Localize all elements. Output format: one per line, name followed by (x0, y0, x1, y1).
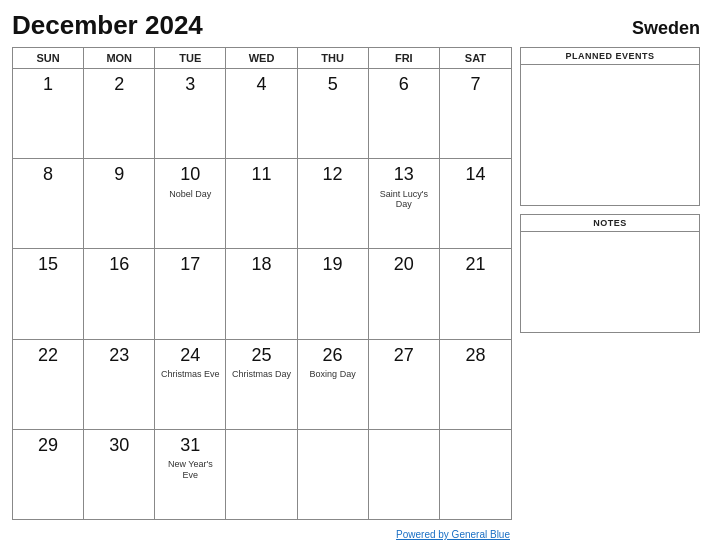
notes-content (521, 232, 699, 332)
calendar-cell: 11 (226, 159, 297, 248)
sidebar: PLANNED EVENTS NOTES (520, 47, 700, 520)
day-number: 16 (109, 253, 129, 276)
day-event: Saint Lucy's Day (374, 189, 434, 211)
calendar-cell (440, 430, 511, 519)
calendar-cell: 4 (226, 69, 297, 158)
powered-by-link[interactable]: Powered by General Blue (396, 529, 510, 540)
calendar-cell: 7 (440, 69, 511, 158)
day-number: 4 (256, 73, 266, 96)
calendar-cell: 31New Year's Eve (155, 430, 226, 519)
calendar-cell: 15 (13, 249, 84, 338)
weekday-header-cell: MON (84, 48, 155, 68)
calendar-row: 1234567 (13, 69, 511, 159)
day-number: 23 (109, 344, 129, 367)
page: December 2024 Sweden SUNMONTUEWEDTHUFRIS… (0, 0, 712, 550)
calendar-cell: 2 (84, 69, 155, 158)
calendar-row: 222324Christmas Eve25Christmas Day26Boxi… (13, 340, 511, 430)
calendar-cell: 30 (84, 430, 155, 519)
day-number: 9 (114, 163, 124, 186)
calendar-cell: 8 (13, 159, 84, 248)
calendar-cell: 26Boxing Day (298, 340, 369, 429)
calendar-cell: 23 (84, 340, 155, 429)
calendar-cell (298, 430, 369, 519)
calendar-cell: 9 (84, 159, 155, 248)
day-number: 29 (38, 434, 58, 457)
notes-box: NOTES (520, 214, 700, 333)
day-number: 27 (394, 344, 414, 367)
calendar-cell: 24Christmas Eve (155, 340, 226, 429)
calendar-cell: 5 (298, 69, 369, 158)
day-number: 17 (180, 253, 200, 276)
weekday-header-cell: SUN (13, 48, 84, 68)
notes-title: NOTES (521, 215, 699, 232)
calendar-cell: 17 (155, 249, 226, 338)
calendar-cell: 6 (369, 69, 440, 158)
header: December 2024 Sweden (12, 10, 700, 41)
calendar-country: Sweden (632, 18, 700, 39)
calendar-cell: 28 (440, 340, 511, 429)
calendar: SUNMONTUEWEDTHUFRISAT 12345678910Nobel D… (12, 47, 512, 520)
day-number: 25 (251, 344, 271, 367)
day-number: 6 (399, 73, 409, 96)
day-event: Christmas Eve (161, 369, 220, 380)
calendar-cell (369, 430, 440, 519)
weekday-header-cell: WED (226, 48, 297, 68)
day-number: 5 (328, 73, 338, 96)
calendar-cell: 12 (298, 159, 369, 248)
day-number: 21 (465, 253, 485, 276)
planned-events-content (521, 65, 699, 205)
day-number: 1 (43, 73, 53, 96)
weekday-header-cell: TUE (155, 48, 226, 68)
calendar-cell: 10Nobel Day (155, 159, 226, 248)
day-number: 14 (465, 163, 485, 186)
calendar-title: December 2024 (12, 10, 203, 41)
day-number: 24 (180, 344, 200, 367)
day-number: 2 (114, 73, 124, 96)
calendar-cell: 16 (84, 249, 155, 338)
calendar-cell: 13Saint Lucy's Day (369, 159, 440, 248)
calendar-cell: 18 (226, 249, 297, 338)
day-number: 13 (394, 163, 414, 186)
calendar-cell: 21 (440, 249, 511, 338)
day-number: 26 (323, 344, 343, 367)
calendar-body: 12345678910Nobel Day111213Saint Lucy's D… (13, 69, 511, 519)
calendar-cell: 14 (440, 159, 511, 248)
calendar-cell: 20 (369, 249, 440, 338)
day-number: 10 (180, 163, 200, 186)
day-number: 22 (38, 344, 58, 367)
calendar-cell (226, 430, 297, 519)
calendar-cell: 27 (369, 340, 440, 429)
day-number: 19 (323, 253, 343, 276)
planned-events-box: PLANNED EVENTS (520, 47, 700, 206)
calendar-cell: 1 (13, 69, 84, 158)
day-number: 12 (323, 163, 343, 186)
day-number: 11 (251, 163, 271, 186)
calendar-cell: 19 (298, 249, 369, 338)
day-event: Nobel Day (169, 189, 211, 200)
footer: Powered by General Blue (12, 524, 700, 542)
calendar-cell: 25Christmas Day (226, 340, 297, 429)
calendar-cell: 29 (13, 430, 84, 519)
day-number: 18 (251, 253, 271, 276)
weekday-header-cell: THU (298, 48, 369, 68)
day-number: 8 (43, 163, 53, 186)
day-event: Boxing Day (310, 369, 356, 380)
calendar-row: 293031New Year's Eve (13, 430, 511, 519)
day-number: 3 (185, 73, 195, 96)
calendar-cell: 3 (155, 69, 226, 158)
day-number: 20 (394, 253, 414, 276)
weekday-header-cell: SAT (440, 48, 511, 68)
day-number: 28 (465, 344, 485, 367)
day-number: 15 (38, 253, 58, 276)
calendar-row: 15161718192021 (13, 249, 511, 339)
day-number: 31 (180, 434, 200, 457)
day-event: New Year's Eve (160, 459, 220, 481)
calendar-weekday-header: SUNMONTUEWEDTHUFRISAT (13, 48, 511, 69)
day-number: 30 (109, 434, 129, 457)
calendar-row: 8910Nobel Day111213Saint Lucy's Day14 (13, 159, 511, 249)
planned-events-title: PLANNED EVENTS (521, 48, 699, 65)
weekday-header-cell: FRI (369, 48, 440, 68)
day-event: Christmas Day (232, 369, 291, 380)
main-content: SUNMONTUEWEDTHUFRISAT 12345678910Nobel D… (12, 47, 700, 520)
calendar-cell: 22 (13, 340, 84, 429)
